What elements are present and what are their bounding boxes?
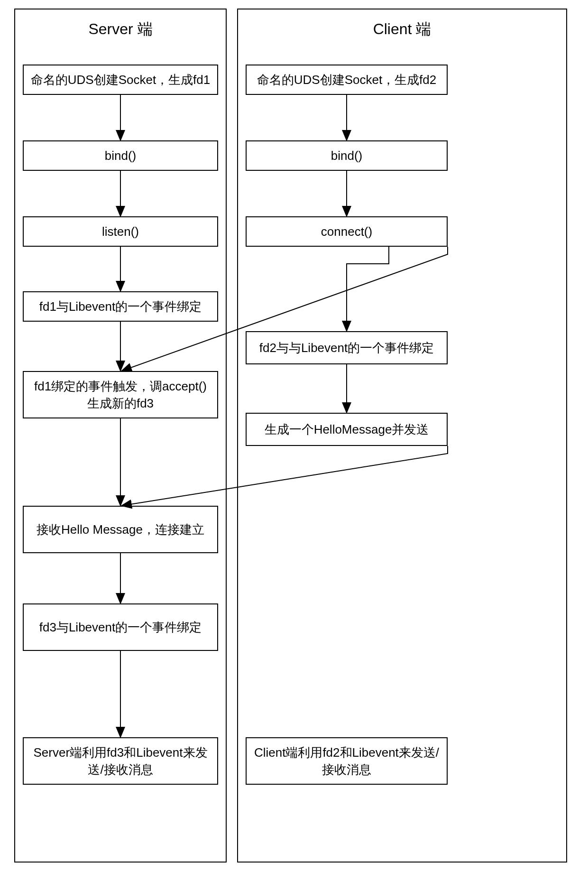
client-title: Client 端 [238,9,566,49]
client-step-5: Client端利用fd2和Libevent来发送/接收消息 [246,737,448,785]
server-title: Server 端 [15,9,226,49]
server-step-1: bind() [23,140,218,171]
client-step-4: 生成一个HelloMessage并发送 [246,413,448,446]
server-step-0: 命名的UDS创建Socket，生成fd1 [23,65,218,95]
client-step-2: connect() [246,216,448,247]
server-step-4: fd1绑定的事件触发，调accept() 生成新的fd3 [23,371,218,418]
server-container: Server 端 [14,9,227,863]
client-step-0: 命名的UDS创建Socket，生成fd2 [246,65,448,95]
server-step-7: Server端利用fd3和Libevent来发送/接收消息 [23,737,218,785]
server-step-3: fd1与Libevent的一个事件绑定 [23,291,218,322]
client-step-1: bind() [246,140,448,171]
server-step-6: fd3与Libevent的一个事件绑定 [23,603,218,651]
server-step-5: 接收Hello Message，连接建立 [23,506,218,553]
client-step-3: fd2与与Libevent的一个事件绑定 [246,331,448,364]
server-step-2: listen() [23,216,218,247]
